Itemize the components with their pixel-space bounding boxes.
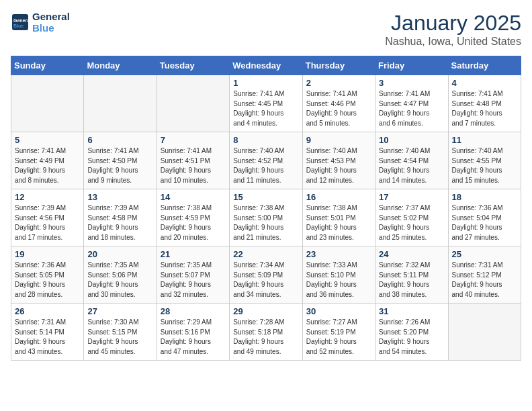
day-number: 24	[379, 249, 444, 259]
day-info: Sunrise: 7:36 AM Sunset: 5:04 PM Dayligh…	[452, 203, 517, 242]
day-number: 26	[15, 306, 80, 316]
day-info: Sunrise: 7:35 AM Sunset: 5:07 PM Dayligh…	[161, 261, 226, 300]
day-number: 16	[306, 192, 371, 202]
day-number: 28	[161, 306, 226, 316]
day-info: Sunrise: 7:39 AM Sunset: 4:56 PM Dayligh…	[15, 203, 80, 242]
weekday-header-monday: Monday	[84, 56, 157, 75]
svg-text:Blue: Blue	[13, 24, 24, 28]
day-number: 4	[452, 78, 517, 88]
day-number: 21	[161, 249, 226, 259]
weekday-header-saturday: Saturday	[448, 56, 521, 75]
calendar-subtitle: Nashua, Iowa, United States	[385, 36, 521, 48]
calendar-cell: 2Sunrise: 7:41 AM Sunset: 4:46 PM Daylig…	[302, 75, 375, 132]
day-info: Sunrise: 7:38 AM Sunset: 5:01 PM Dayligh…	[306, 203, 371, 242]
weekday-header-friday: Friday	[375, 56, 448, 75]
day-info: Sunrise: 7:31 AM Sunset: 5:14 PM Dayligh…	[15, 318, 80, 357]
weekday-header-row: SundayMondayTuesdayWednesdayThursdayFrid…	[11, 56, 521, 75]
day-number: 27	[87, 306, 152, 316]
calendar-cell: 13Sunrise: 7:39 AM Sunset: 4:58 PM Dayli…	[84, 189, 157, 246]
day-info: Sunrise: 7:26 AM Sunset: 5:20 PM Dayligh…	[379, 318, 444, 357]
calendar-cell: 20Sunrise: 7:35 AM Sunset: 5:06 PM Dayli…	[84, 246, 157, 304]
day-info: Sunrise: 7:41 AM Sunset: 4:48 PM Dayligh…	[452, 89, 517, 128]
day-number: 17	[379, 192, 444, 202]
day-number: 18	[452, 192, 517, 202]
calendar-cell: 18Sunrise: 7:36 AM Sunset: 5:04 PM Dayli…	[448, 189, 521, 246]
calendar-cell: 1Sunrise: 7:41 AM Sunset: 4:45 PM Daylig…	[230, 75, 302, 132]
day-number: 19	[15, 249, 80, 259]
day-number: 3	[379, 78, 444, 88]
weekday-header-tuesday: Tuesday	[157, 56, 229, 75]
day-info: Sunrise: 7:29 AM Sunset: 5:16 PM Dayligh…	[161, 318, 226, 357]
weekday-header-thursday: Thursday	[302, 56, 375, 75]
day-number: 15	[233, 192, 298, 202]
day-info: Sunrise: 7:37 AM Sunset: 5:02 PM Dayligh…	[379, 203, 444, 242]
calendar-title: January 2025	[385, 11, 521, 36]
day-info: Sunrise: 7:40 AM Sunset: 4:52 PM Dayligh…	[233, 146, 298, 185]
day-number: 2	[306, 78, 371, 88]
day-number: 10	[379, 135, 444, 145]
day-number: 20	[87, 249, 152, 259]
day-number: 1	[233, 78, 298, 88]
day-number: 12	[15, 192, 80, 202]
calendar-cell: 26Sunrise: 7:31 AM Sunset: 5:14 PM Dayli…	[11, 304, 84, 361]
calendar-cell	[448, 304, 521, 361]
weekday-header-sunday: Sunday	[11, 56, 84, 75]
calendar-cell: 14Sunrise: 7:38 AM Sunset: 4:59 PM Dayli…	[157, 189, 229, 246]
day-info: Sunrise: 7:28 AM Sunset: 5:18 PM Dayligh…	[233, 318, 298, 357]
day-number: 5	[15, 135, 80, 145]
calendar-cell: 12Sunrise: 7:39 AM Sunset: 4:56 PM Dayli…	[11, 189, 84, 246]
logo-blue: Blue	[32, 22, 70, 34]
calendar-cell: 5Sunrise: 7:41 AM Sunset: 4:49 PM Daylig…	[11, 132, 84, 189]
week-row-4: 19Sunrise: 7:36 AM Sunset: 5:05 PM Dayli…	[11, 246, 521, 304]
calendar-cell: 16Sunrise: 7:38 AM Sunset: 5:01 PM Dayli…	[302, 189, 375, 246]
day-number: 30	[306, 306, 371, 316]
day-info: Sunrise: 7:40 AM Sunset: 4:54 PM Dayligh…	[379, 146, 444, 185]
day-info: Sunrise: 7:39 AM Sunset: 4:58 PM Dayligh…	[87, 203, 152, 242]
day-number: 25	[452, 249, 517, 259]
week-row-3: 12Sunrise: 7:39 AM Sunset: 4:56 PM Dayli…	[11, 189, 521, 246]
calendar-cell: 15Sunrise: 7:38 AM Sunset: 5:00 PM Dayli…	[230, 189, 302, 246]
day-info: Sunrise: 7:27 AM Sunset: 5:19 PM Dayligh…	[306, 318, 371, 357]
calendar-cell: 6Sunrise: 7:41 AM Sunset: 4:50 PM Daylig…	[84, 132, 157, 189]
day-info: Sunrise: 7:41 AM Sunset: 4:45 PM Dayligh…	[233, 89, 298, 128]
calendar-cell: 30Sunrise: 7:27 AM Sunset: 5:19 PM Dayli…	[302, 304, 375, 361]
calendar-cell: 11Sunrise: 7:40 AM Sunset: 4:55 PM Dayli…	[448, 132, 521, 189]
day-info: Sunrise: 7:30 AM Sunset: 5:15 PM Dayligh…	[87, 318, 152, 357]
calendar-cell	[84, 75, 157, 132]
day-number: 6	[87, 135, 152, 145]
calendar-cell: 21Sunrise: 7:35 AM Sunset: 5:07 PM Dayli…	[157, 246, 229, 304]
day-info: Sunrise: 7:41 AM Sunset: 4:50 PM Dayligh…	[87, 146, 152, 185]
weekday-header-wednesday: Wednesday	[230, 56, 302, 75]
day-info: Sunrise: 7:38 AM Sunset: 5:00 PM Dayligh…	[233, 203, 298, 242]
calendar-cell: 10Sunrise: 7:40 AM Sunset: 4:54 PM Dayli…	[375, 132, 448, 189]
week-row-2: 5Sunrise: 7:41 AM Sunset: 4:49 PM Daylig…	[11, 132, 521, 189]
day-info: Sunrise: 7:41 AM Sunset: 4:46 PM Dayligh…	[306, 89, 371, 128]
calendar-cell	[11, 75, 84, 132]
day-info: Sunrise: 7:32 AM Sunset: 5:11 PM Dayligh…	[379, 261, 444, 300]
day-number: 31	[379, 306, 444, 316]
logo-icon: General Blue	[11, 13, 30, 32]
title-block: January 2025 Nashua, Iowa, United States	[385, 11, 521, 48]
day-number: 13	[87, 192, 152, 202]
day-info: Sunrise: 7:40 AM Sunset: 4:53 PM Dayligh…	[306, 146, 371, 185]
calendar-cell: 31Sunrise: 7:26 AM Sunset: 5:20 PM Dayli…	[375, 304, 448, 361]
day-number: 11	[452, 135, 517, 145]
calendar-table: SundayMondayTuesdayWednesdayThursdayFrid…	[11, 56, 521, 361]
week-row-1: 1Sunrise: 7:41 AM Sunset: 4:45 PM Daylig…	[11, 75, 521, 132]
calendar-cell: 17Sunrise: 7:37 AM Sunset: 5:02 PM Dayli…	[375, 189, 448, 246]
day-number: 7	[161, 135, 226, 145]
svg-text:General: General	[13, 18, 30, 23]
day-number: 22	[233, 249, 298, 259]
day-number: 29	[233, 306, 298, 316]
logo: General Blue General Blue	[11, 11, 70, 34]
day-number: 23	[306, 249, 371, 259]
logo-general: General	[32, 11, 70, 22]
calendar-cell	[157, 75, 229, 132]
calendar-cell: 29Sunrise: 7:28 AM Sunset: 5:18 PM Dayli…	[230, 304, 302, 361]
day-info: Sunrise: 7:41 AM Sunset: 4:51 PM Dayligh…	[161, 146, 226, 185]
calendar-cell: 19Sunrise: 7:36 AM Sunset: 5:05 PM Dayli…	[11, 246, 84, 304]
calendar-cell: 3Sunrise: 7:41 AM Sunset: 4:47 PM Daylig…	[375, 75, 448, 132]
calendar-cell: 28Sunrise: 7:29 AM Sunset: 5:16 PM Dayli…	[157, 304, 229, 361]
day-info: Sunrise: 7:35 AM Sunset: 5:06 PM Dayligh…	[87, 261, 152, 300]
calendar-cell: 22Sunrise: 7:34 AM Sunset: 5:09 PM Dayli…	[230, 246, 302, 304]
